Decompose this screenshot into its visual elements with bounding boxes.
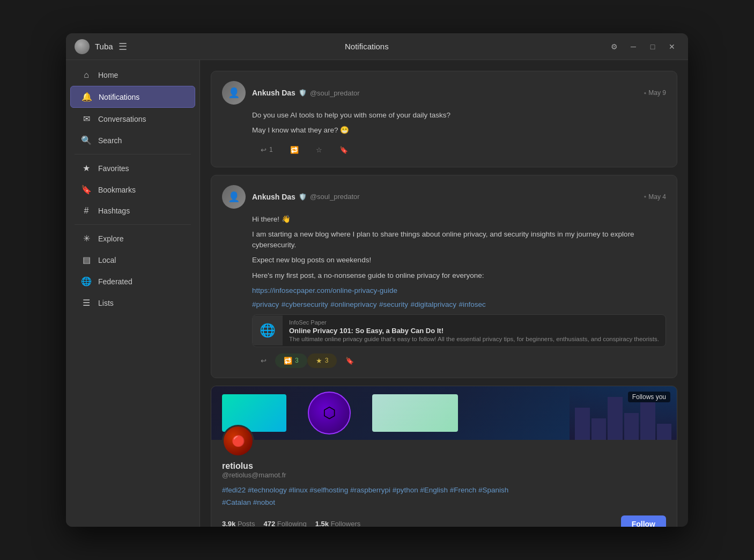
link-preview-content-2: InfoSec Paper Online Privacy 101: So Eas… — [283, 315, 666, 347]
filter-button[interactable]: ⚙ — [607, 39, 622, 54]
user-handle-1: @soul_predator — [310, 89, 360, 97]
hashtags-icon: # — [81, 206, 92, 216]
sidebar-item-hashtags-label: Hashtags — [98, 207, 130, 215]
titlebar: Tuba ☰ Notifications ⚙ ─ □ ✕ — [66, 33, 688, 60]
explore-icon: ✳ — [81, 233, 92, 244]
follow-tag-spanish[interactable]: #Spanish — [478, 486, 508, 494]
following-stat: 472 Following — [263, 520, 306, 527]
bookmark-button-1[interactable]: 🔖 — [331, 143, 357, 157]
sidebar-item-lists-label: Lists — [98, 299, 114, 307]
boost-icon-2: 🔁 — [284, 357, 292, 365]
sidebar: ⌂ Home 🔔 Notifications ✉ Conversations 🔍… — [66, 60, 200, 527]
sidebar-item-lists[interactable]: ☰ Lists — [70, 292, 195, 313]
sidebar-item-bookmarks-label: Bookmarks — [98, 186, 136, 194]
titlebar-controls: ⚙ ─ □ ✕ — [607, 39, 679, 54]
federated-icon: 🌐 — [81, 276, 92, 286]
following-label: Following — [277, 520, 307, 527]
post-greeting-2: Hi there! 👋 — [252, 214, 666, 225]
card-body-2: Hi there! 👋 I am starting a new blog whe… — [252, 214, 666, 347]
followers-stat: 1.5k Followers — [315, 520, 361, 527]
card-user-2: 👤 Ankush Das 🛡️ @soul_predator — [222, 185, 360, 209]
follow-tag-selfhosting[interactable]: #selfhosting — [309, 486, 348, 494]
follow-tag-nobot[interactable]: #nobot — [253, 498, 275, 506]
sidebar-item-hashtags[interactable]: # Hashtags — [70, 201, 195, 221]
app-avatar — [75, 39, 90, 54]
follow-tag-technology[interactable]: #technology — [248, 486, 287, 494]
reply-button-2[interactable]: ↩ — [252, 353, 275, 368]
following-count: 472 — [263, 520, 275, 527]
hashtag-digitalprivacy[interactable]: #digitalprivacy — [410, 300, 456, 308]
sidebar-item-search[interactable]: 🔍 Search — [70, 130, 195, 151]
hashtag-infosec[interactable]: #infosec — [459, 300, 485, 308]
boost-icon-1: 🔁 — [290, 146, 299, 154]
bookmarks-icon: 🔖 — [81, 185, 92, 195]
sidebar-item-federated[interactable]: 🌐 Federated — [70, 271, 195, 292]
main-layout: ⌂ Home 🔔 Notifications ✉ Conversations 🔍… — [66, 60, 688, 527]
follow-tag-french[interactable]: #French — [450, 486, 477, 494]
favorites-icon: ★ — [81, 163, 92, 173]
card-user-1: 👤 Ankush Das 🛡️ @soul_predator — [222, 81, 360, 105]
follow-avatar-wrap: 🔴 — [222, 425, 666, 457]
post-url-2[interactable]: https://infosecpaper.com/online-privacy-… — [252, 286, 397, 294]
card-actions-1: ↩ 1 🔁 ☆ 🔖 — [252, 143, 666, 157]
reply-count-1: 1 — [269, 146, 273, 153]
boost-count-2: 3 — [295, 357, 299, 364]
boost-button-2[interactable]: 🔁 3 — [275, 353, 307, 368]
user-name-2: Ankush Das — [252, 193, 295, 201]
follow-stats: 3.9k Posts 472 Following 1.5k Followers — [222, 520, 360, 527]
hashtag-cybersecurity[interactable]: #cybersecurity — [282, 300, 328, 308]
avatar-2: 👤 — [222, 185, 246, 209]
follow-tag-fedi22[interactable]: #fedi22 — [222, 486, 246, 494]
card-actions-2: ↩ 🔁 3 ★ 3 🔖 — [252, 353, 666, 368]
follow-tag-raspberrypi[interactable]: #raspberrypi — [350, 486, 390, 494]
minimize-button[interactable]: ─ — [626, 39, 641, 54]
favorite-icon-2: ★ — [316, 357, 322, 365]
maximize-button[interactable]: □ — [645, 39, 660, 54]
follow-card: ⬡ Follows you — [211, 386, 677, 527]
follow-tag-linux[interactable]: #linux — [289, 486, 307, 494]
sidebar-item-home[interactable]: ⌂ Home — [70, 65, 195, 85]
favorite-button-1[interactable]: ☆ — [307, 143, 331, 157]
sidebar-item-favorites[interactable]: ★ Favorites — [70, 158, 195, 179]
avatar-img-2: 👤 — [222, 185, 246, 209]
hashtag-onlineprivacy[interactable]: #onlineprivacy — [330, 300, 376, 308]
reply-button-1[interactable]: ↩ 1 — [252, 143, 282, 157]
sidebar-item-local[interactable]: ▤ Local — [70, 249, 195, 270]
sidebar-item-conversations[interactable]: ✉ Conversations — [70, 108, 195, 129]
close-button[interactable]: ✕ — [664, 39, 679, 54]
hashtag-privacy[interactable]: #privacy — [252, 300, 279, 308]
menu-icon[interactable]: ☰ — [119, 41, 127, 53]
post-text-1a: Do you use AI tools to help you with som… — [252, 110, 666, 121]
sidebar-item-bookmarks[interactable]: 🔖 Bookmarks — [70, 179, 195, 200]
verified-icon-1: 🛡️ — [299, 89, 307, 97]
follow-tag-catalan[interactable]: #Catalan — [222, 498, 251, 506]
favorite-button-2[interactable]: ★ 3 — [307, 353, 337, 368]
follow-stats-row: 3.9k Posts 472 Following 1.5k Followers — [222, 515, 666, 527]
notification-card-1: 👤 Ankush Das 🛡️ @soul_predator May 9 Do … — [211, 71, 677, 167]
post-date-2: May 4 — [644, 193, 666, 201]
post-text-2a: I am starting a new blog where I plan to… — [252, 229, 666, 251]
link-preview-2[interactable]: 🌐 InfoSec Paper Online Privacy 101: So E… — [252, 314, 666, 347]
follow-button[interactable]: Follow — [621, 515, 666, 527]
favorite-count-2: 3 — [325, 357, 329, 364]
follow-tags: #fedi22 #technology #linux #selfhosting … — [222, 484, 666, 509]
card-header-1: 👤 Ankush Das 🛡️ @soul_predator May 9 — [222, 81, 666, 105]
follow-tag-english[interactable]: #English — [420, 486, 448, 494]
reply-icon-2: ↩ — [261, 357, 267, 365]
sidebar-item-notifications[interactable]: 🔔 Notifications — [70, 86, 195, 108]
card-body-1: Do you use AI tools to help you with som… — [252, 110, 666, 136]
conversations-icon: ✉ — [81, 114, 92, 124]
user-info-2: Ankush Das 🛡️ @soul_predator — [252, 193, 360, 201]
follow-tag-python[interactable]: #python — [393, 486, 418, 494]
sidebar-item-explore[interactable]: ✳ Explore — [70, 228, 195, 249]
favorite-icon-1: ☆ — [316, 146, 322, 154]
sidebar-item-notifications-label: Notifications — [99, 93, 139, 101]
bookmark-button-2[interactable]: 🔖 — [337, 353, 363, 368]
home-icon: ⌂ — [81, 70, 92, 80]
notification-card-2: 👤 Ankush Das 🛡️ @soul_predator May 4 Hi … — [211, 175, 677, 378]
reply-icon-1: ↩ — [261, 146, 267, 154]
post-text-2c: Here's my first post, a no-nonsense guid… — [252, 270, 666, 281]
search-icon: 🔍 — [81, 135, 92, 145]
hashtag-security[interactable]: #security — [379, 300, 408, 308]
boost-button-1[interactable]: 🔁 — [282, 143, 307, 157]
